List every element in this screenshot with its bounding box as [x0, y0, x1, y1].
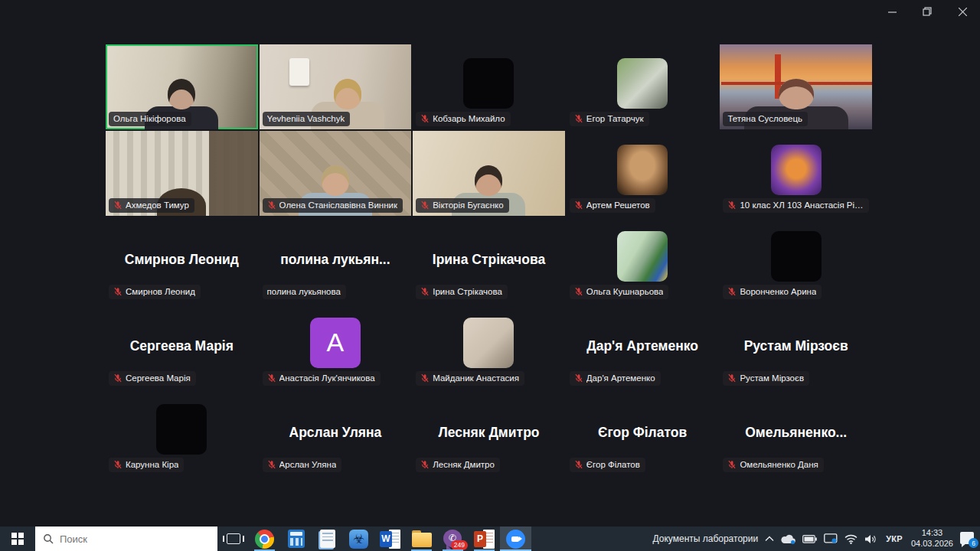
taskbar-app-powerpoint[interactable]: P — [469, 527, 500, 551]
participant-name-text: полина лукьянова — [267, 287, 341, 296]
participant-tile-daria-artemenko[interactable]: Дар'я АртеменкоДар'я Артеменко — [566, 303, 720, 390]
participant-tile-viktoria-buhaienko[interactable]: Вікторія Бугаєнко — [412, 130, 566, 217]
participant-name-text: Рустам Мірзоєв — [740, 373, 804, 383]
participant-tile-klas-riznychenko[interactable]: 10 клас ХЛ 103 Анастасія Різниченк... — [719, 130, 873, 217]
participant-display-name: Дар'я Артеменко — [566, 338, 720, 354]
minimize-icon — [888, 8, 897, 16]
start-button[interactable] — [0, 527, 35, 551]
restore-icon — [923, 7, 932, 16]
participant-name-text: Анастасія Лук'янчикова — [279, 373, 375, 383]
taskbar-app-notes[interactable] — [312, 527, 343, 551]
muted-mic-icon — [267, 460, 276, 469]
display-settings-icon[interactable] — [824, 533, 838, 544]
participant-name-text: Омельяненко Даня — [740, 460, 818, 469]
onedrive-icon[interactable] — [781, 534, 795, 544]
taskbar-app-zoom[interactable] — [500, 527, 531, 551]
window-controls — [874, 0, 980, 23]
powerpoint-icon: P — [474, 530, 495, 549]
participant-name-text: Ольга Нікіфорова — [113, 114, 186, 123]
participant-display-name: Ірина Стрікачова — [412, 252, 566, 268]
participant-name-text: Майданик Анастасия — [433, 373, 519, 383]
battery-icon[interactable] — [802, 535, 817, 543]
hidden-icons-chevron[interactable] — [765, 536, 774, 542]
participant-tile-rustam-mirzoiev[interactable]: Рустам МірзоєвРустам Мірзоєв — [719, 303, 873, 390]
viber-unread-badge: 249 — [451, 540, 468, 549]
participant-tile-lesniak-dmytro[interactable]: Лесняк ДмитроЛесняк Дмитро — [412, 390, 566, 476]
taskbar-search[interactable] — [35, 527, 217, 551]
minimize-button[interactable] — [874, 0, 910, 23]
tray-toolbar-label[interactable]: Документы лаборатории — [653, 533, 759, 544]
participant-name-text: Егор Татарчук — [586, 114, 644, 123]
speaker-icon[interactable] — [864, 534, 877, 544]
taskbar-app-biohazard[interactable]: ☣ — [343, 527, 374, 551]
muted-mic-icon — [113, 373, 122, 383]
titlebar — [0, 0, 980, 24]
taskbar-app-word[interactable]: W — [374, 527, 406, 551]
wifi-icon[interactable] — [844, 534, 858, 544]
muted-mic-icon — [574, 287, 583, 296]
viber-icon: ✆ 249 — [443, 530, 462, 549]
close-button[interactable] — [945, 0, 980, 23]
participant-name-label: Майданик Анастасия — [416, 371, 524, 386]
participant-tile-olena-vynnyk[interactable]: Олена Станіславівна Винник — [259, 130, 413, 217]
participant-tile-yehor-filatov[interactable]: Єгор ФілатовЄгор Філатов — [566, 390, 720, 476]
task-view-button[interactable] — [217, 527, 249, 551]
muted-mic-icon — [727, 201, 737, 210]
participant-tile-smyrnov-leonid[interactable]: Смирнов ЛеонидСмирнов Леонид — [105, 217, 259, 303]
language-indicator[interactable]: УКР — [884, 534, 904, 543]
participant-tile-arslan-uliana[interactable]: Арслан УлянаАрслан Уляна — [259, 390, 413, 476]
participant-tile-anastasia-lukianchykova[interactable]: ААнастасія Лук'янчикова — [259, 303, 413, 390]
participant-name-label: Омельяненко Даня — [723, 458, 823, 472]
participant-display-name: Рустам Мірзоєв — [719, 338, 873, 354]
close-icon — [959, 8, 967, 16]
participant-name-label: Воронченко Арина — [723, 285, 822, 299]
taskbar-app-chrome[interactable] — [249, 527, 280, 551]
participant-name-label: Лесняк Дмитро — [416, 458, 500, 472]
participant-tile-voronchenko-aryna[interactable]: Воронченко Арина — [719, 217, 873, 303]
search-icon — [43, 533, 54, 544]
muted-mic-icon — [574, 373, 583, 383]
participant-tile-akhmedov-tymur[interactable]: Ахмедов Тимур — [105, 130, 259, 217]
biohazard-icon: ☣ — [349, 530, 368, 549]
participant-display-name: Єгор Філатов — [566, 425, 720, 441]
clock[interactable]: 14:33 04.03.2026 — [911, 528, 953, 549]
participant-tile-polyna-lukianova[interactable]: полина лукьян...полина лукьянова — [259, 217, 413, 303]
participant-name-text: Дар'я Артеменко — [586, 373, 655, 383]
participant-tile-yehor-tatarchuk[interactable]: Егор Татарчук — [566, 44, 720, 130]
taskbar-app-file-explorer[interactable] — [406, 527, 437, 551]
restore-button[interactable] — [910, 0, 945, 23]
notes-icon — [320, 530, 335, 548]
participant-name-text: Олена Станіславівна Винник — [279, 201, 397, 210]
taskbar-app-calculator[interactable] — [280, 527, 312, 551]
muted-mic-icon — [267, 201, 276, 210]
participant-name-text: Карунна Кіра — [126, 460, 178, 469]
participant-name-text: Лесняк Дмитро — [433, 460, 495, 469]
participant-tile-yevheniia-vashchyk[interactable]: Yevheniia Vashchyk — [259, 44, 413, 130]
participant-tile-omelianenko-dania[interactable]: Омельяненко...Омельяненко Даня — [719, 390, 873, 476]
participant-tile-kobzar-mykhailo[interactable]: Кобзарь Михайло — [412, 44, 566, 130]
participant-tile-maidanyk-anastasia[interactable]: Майданик Анастасия — [412, 303, 566, 390]
participant-tile-olga-nikiforova[interactable]: Ольга Нікіфорова — [105, 44, 259, 130]
participant-tile-iryna-strikachova[interactable]: Ірина СтрікачоваІрина Стрікачова — [412, 217, 566, 303]
participant-name-text: Єгор Філатов — [586, 460, 640, 469]
participant-name-label: Ольга Нікіфорова — [109, 112, 191, 126]
avatar — [463, 318, 514, 368]
participant-tile-karunna-kira[interactable]: Карунна Кіра — [105, 390, 259, 476]
system-tray: Документы лаборатории УКР — [653, 527, 980, 551]
muted-mic-icon — [574, 114, 583, 123]
letter-avatar: А — [310, 318, 361, 368]
participant-tile-artem-reshetov[interactable]: Артем Решетов — [566, 130, 720, 217]
muted-mic-icon — [727, 287, 737, 296]
participant-name-label: Дар'я Артеменко — [570, 371, 661, 386]
action-center-button[interactable]: 6 — [960, 532, 975, 546]
muted-mic-icon — [420, 114, 430, 123]
participant-name-label: Yevheniia Vashchyk — [263, 112, 351, 126]
participant-tile-tetiana-suslovets[interactable]: Тетяна Сусловець — [719, 44, 873, 130]
participant-tile-serheieva-maria[interactable]: Сергеева МаріяСергеева Марія — [105, 303, 259, 390]
participant-name-text: Сергеева Марія — [126, 373, 191, 383]
muted-mic-icon — [574, 460, 583, 469]
search-input[interactable] — [60, 533, 190, 545]
participant-tile-olha-kushnarova[interactable]: Ольга Кушнарьова — [566, 217, 720, 303]
avatar — [617, 231, 668, 282]
taskbar-app-viber[interactable]: ✆ 249 — [437, 527, 469, 551]
